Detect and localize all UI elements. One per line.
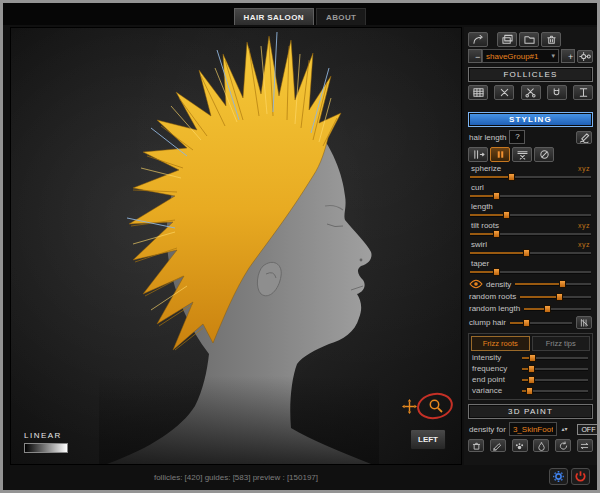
gradient-mode-label: LINEAR xyxy=(24,431,62,440)
app-window: HAIR SALOON ABOUT xyxy=(0,0,600,493)
gears-icon[interactable] xyxy=(577,50,593,63)
variance-slider[interactable] xyxy=(521,387,589,395)
add-group-button[interactable]: + xyxy=(561,49,575,63)
paint-off-toggle[interactable]: OFF xyxy=(577,424,599,435)
swirl-slider[interactable] xyxy=(469,249,592,257)
variance-label: variance xyxy=(472,386,518,395)
tab-about[interactable]: ABOUT xyxy=(316,8,366,25)
curl-row: curl xyxy=(469,183,592,200)
gear-icon xyxy=(552,470,565,483)
comb-icon[interactable] xyxy=(468,147,488,162)
grid-icon[interactable] xyxy=(468,85,488,100)
frequency-slider[interactable] xyxy=(521,365,589,373)
spherize-row: spherizexyz xyxy=(469,164,592,181)
folder-icon[interactable] xyxy=(519,32,539,47)
random-roots-row: random roots xyxy=(469,292,592,301)
brush-icon[interactable] xyxy=(490,439,506,452)
no-sign-icon[interactable] xyxy=(534,147,554,162)
eye-icon[interactable] xyxy=(469,279,483,289)
variance-row: variance xyxy=(472,386,589,395)
paint-header: 3D PAINT xyxy=(468,404,593,419)
hair-group-value: shaveGroup#1 xyxy=(486,52,548,61)
end-point-label: end point xyxy=(472,375,518,384)
titlebar: HAIR SALOON ABOUT xyxy=(3,3,597,25)
spherize-slider[interactable] xyxy=(469,173,592,181)
slider-label: spherize xyxy=(471,164,501,173)
tab-hair-saloon[interactable]: HAIR SALOON xyxy=(234,8,314,25)
slider-label: curl xyxy=(471,183,484,192)
random-roots-slider[interactable] xyxy=(519,293,592,301)
frequency-label: frequency xyxy=(472,364,518,373)
slider-label: tilt roots xyxy=(471,221,499,230)
power-button[interactable] xyxy=(571,468,590,485)
length-slider[interactable] xyxy=(469,211,592,219)
random-length-label: random length xyxy=(469,304,520,313)
paint-trash-icon[interactable] xyxy=(468,439,484,452)
hair-length-row: hair length ? xyxy=(469,130,592,144)
hair-length-value[interactable]: ? xyxy=(509,130,525,144)
power-icon xyxy=(574,470,587,483)
styling-header: STYLING xyxy=(468,112,593,127)
frizz-tips-tab[interactable]: Frizz tips xyxy=(532,336,591,351)
tilt-roots-slider[interactable] xyxy=(469,230,592,238)
tilt-roots-row: tilt rootsxyz xyxy=(469,221,592,238)
taper-slider[interactable] xyxy=(469,268,592,276)
follicles-toolbar xyxy=(468,85,593,100)
intensity-slider[interactable] xyxy=(521,354,589,362)
scissors-icon[interactable] xyxy=(521,85,541,100)
random-roots-label: random roots xyxy=(469,292,516,301)
taper-row: taper xyxy=(469,259,592,276)
flood-icon[interactable] xyxy=(533,439,549,452)
random-length-slider[interactable] xyxy=(523,305,592,313)
density-slider[interactable] xyxy=(514,280,592,288)
pen-icon[interactable] xyxy=(576,131,592,144)
density-label: density xyxy=(486,280,511,289)
paint-target-select[interactable]: 3_SkinFoot xyxy=(509,422,557,436)
zoom-icon[interactable] xyxy=(428,398,444,414)
intensity-row: intensity xyxy=(472,353,589,362)
frizz-section: Frizz roots Frizz tips intensity frequen… xyxy=(468,333,593,400)
paw-icon[interactable] xyxy=(512,439,528,452)
pause-icon[interactable] xyxy=(490,147,510,162)
refresh-icon[interactable] xyxy=(555,439,571,452)
frequency-row: frequency xyxy=(472,364,589,373)
linear-gradient-strip xyxy=(24,443,68,453)
paint-toolbar xyxy=(468,439,593,452)
frizz-roots-tab[interactable]: Frizz roots xyxy=(471,336,530,351)
clump-hair-slider[interactable] xyxy=(509,319,573,327)
move-icon[interactable] xyxy=(402,399,417,414)
slider-label: length xyxy=(471,202,493,211)
pillar-icon[interactable] xyxy=(573,85,593,100)
magnet-icon[interactable] xyxy=(547,85,567,100)
intensity-label: intensity xyxy=(472,353,518,362)
trash-icon[interactable] xyxy=(541,32,561,47)
density-for-label: density for xyxy=(469,425,506,434)
density-for-row: density for 3_SkinFoot ▴▾ OFF xyxy=(469,422,592,436)
cross-icon[interactable] xyxy=(494,85,514,100)
clump-hair-row: clump hair xyxy=(469,316,592,329)
hair-group-select[interactable]: shaveGroup#1 ▾ xyxy=(482,49,559,63)
follicles-header: FOLLICLES xyxy=(468,67,593,82)
slider-label: swirl xyxy=(471,240,487,249)
view-left-button[interactable]: LEFT xyxy=(410,429,446,450)
curl-slider[interactable] xyxy=(469,192,592,200)
cut-icon[interactable] xyxy=(512,147,532,162)
layers-icon[interactable] xyxy=(497,32,517,47)
clump-comb-icon[interactable] xyxy=(576,316,592,329)
group-row: − shaveGroup#1 ▾ + xyxy=(468,49,593,63)
swirl-row: swirlxyz xyxy=(469,240,592,257)
stepper-arrows-icon[interactable]: ▴▾ xyxy=(561,427,567,432)
swap-icon[interactable] xyxy=(577,439,593,452)
status-bar: follicles: [420] guides: [583] preview :… xyxy=(10,473,462,482)
remove-group-button[interactable]: − xyxy=(468,49,482,63)
end-point-slider[interactable] xyxy=(521,376,589,384)
viewport-3d[interactable]: LINEAR LEFT xyxy=(10,27,462,465)
random-length-row: random length xyxy=(469,304,592,313)
settings-gear-button[interactable] xyxy=(549,468,568,485)
slider-label: taper xyxy=(471,259,489,268)
paint-target-value: 3_SkinFoot xyxy=(513,425,553,434)
head-model xyxy=(11,28,461,464)
hair-length-label: hair length xyxy=(469,133,506,142)
export-icon[interactable] xyxy=(468,32,488,47)
chevron-down-icon: ▾ xyxy=(551,52,555,60)
